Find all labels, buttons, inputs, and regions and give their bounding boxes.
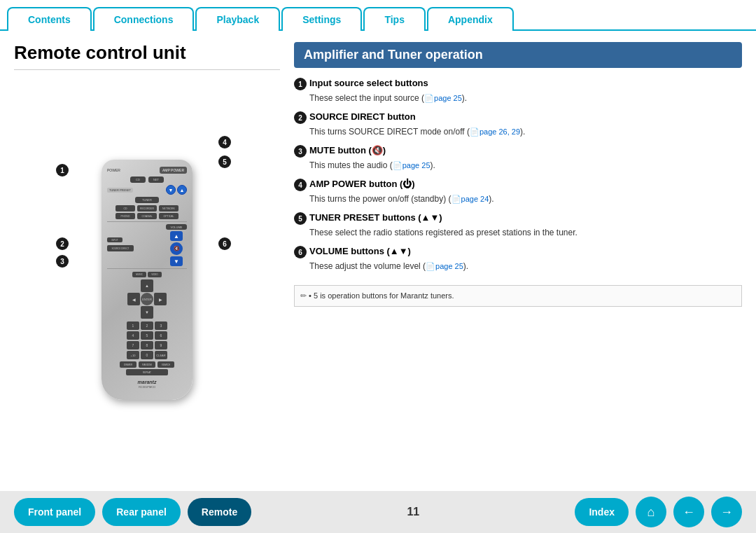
tab-tips[interactable]: Tips bbox=[363, 7, 426, 31]
item-4: 4 AMP POWER button (⏻) This turns the po… bbox=[294, 179, 742, 205]
remote-model-number: RC001PMCD bbox=[107, 385, 187, 389]
index-button[interactable]: Index bbox=[575, 498, 629, 526]
remote-dpad: ▲ ◀ ENTER ▶ ▼ bbox=[127, 279, 167, 319]
remote-left-btn[interactable]: ◀ bbox=[127, 293, 140, 305]
remote-right-btn[interactable]: ▶ bbox=[154, 293, 167, 305]
back-button[interactable]: ← bbox=[673, 497, 704, 527]
rear-panel-button[interactable]: Rear panel bbox=[102, 498, 181, 526]
remote-down-btn[interactable]: ▼ bbox=[141, 306, 153, 319]
remote-power-label: POWER bbox=[107, 168, 120, 172]
callout-4: 4 bbox=[218, 136, 231, 148]
remote-cd-src-btn[interactable]: CD bbox=[115, 205, 135, 212]
right-column: Amplifier and Tuner operation 1 Input so… bbox=[294, 42, 742, 480]
item-1-num: 1 bbox=[294, 78, 307, 90]
remote-btn-clear[interactable]: CLEAR bbox=[155, 351, 167, 359]
remote-illustration: 1 2 3 4 5 6 POWER AMP POWER CD NET TUN bbox=[14, 80, 280, 480]
remote-divider1 bbox=[107, 221, 187, 222]
remote-recorder-src-btn[interactable]: RECORDER bbox=[137, 205, 157, 212]
remote-optical-btn[interactable]: OPTICAL bbox=[159, 213, 178, 219]
top-navigation: Contents Connections Playback Settings T… bbox=[0, 0, 756, 31]
item-2-desc: This turns SOURCE DIRECT mode on/off (📄p… bbox=[309, 125, 742, 138]
remote-btn-2[interactable]: 2 bbox=[141, 321, 153, 330]
note-icon: ✏ bbox=[300, 291, 307, 300]
item-6-pageref: 📄page 25 bbox=[426, 262, 463, 270]
item-1: 1 Input source select buttons These sele… bbox=[294, 78, 742, 104]
bottom-navigation: Front panel Rear panel Remote 11 Index ⌂… bbox=[0, 491, 756, 533]
remote-bottom-row: DIMMER RANDOM SEARCH bbox=[107, 361, 187, 368]
remote-nav-section: MUSIC VIDEO ▲ ◀ ENTER ▶ ▼ bbox=[107, 272, 187, 319]
remote-network-src-btn[interactable]: NETWORK bbox=[159, 205, 178, 212]
remote-tuner-row: TUNER PRESET ▼ ▲ bbox=[107, 185, 187, 195]
page-number: 11 bbox=[258, 506, 568, 518]
item-6-desc: These adjust the volume level (📄page 25)… bbox=[309, 260, 742, 272]
remote-src-row1: CD RECORDER NETWORK bbox=[107, 205, 187, 212]
remote-btn-3[interactable]: 3 bbox=[155, 321, 167, 330]
remote-enter-btn[interactable]: ENTER bbox=[141, 293, 153, 305]
remote-dimmer-btn[interactable]: DIMMER bbox=[120, 361, 136, 368]
remote-btn-1[interactable]: 1 bbox=[127, 321, 139, 330]
item-6-num: 6 bbox=[294, 246, 307, 258]
item-1-pageref: 📄page 25 bbox=[424, 94, 462, 102]
forward-button[interactable]: → bbox=[711, 497, 742, 527]
remote-extra-row: REPEAT bbox=[107, 369, 187, 375]
remote-music-btn[interactable]: MUSIC bbox=[132, 272, 146, 277]
remote-btn-4[interactable]: 4 bbox=[127, 331, 139, 340]
remote-tuner-btn[interactable]: TUNER bbox=[135, 197, 159, 203]
remote-src-row2: PHONO COAXIAL OPTICAL bbox=[107, 213, 187, 219]
remote-coaxial-btn[interactable]: COAXIAL bbox=[137, 213, 157, 219]
item-6-title: 6 VOLUME buttons (▲▼) bbox=[294, 246, 742, 258]
item-2-num: 2 bbox=[294, 111, 307, 124]
item-2-label: SOURCE DIRECT button bbox=[309, 111, 416, 122]
remote-tuner-label: TUNER PRESET bbox=[107, 188, 133, 193]
front-panel-button[interactable]: Front panel bbox=[14, 498, 95, 526]
remote-btn-9[interactable]: 9 bbox=[155, 341, 167, 349]
remote-tuner-down-btn[interactable]: ▼ bbox=[166, 185, 176, 195]
remote-source-direct-btn[interactable]: SOURCE DIRECT bbox=[107, 245, 134, 251]
home-button[interactable]: ⌂ bbox=[636, 497, 666, 527]
tab-settings[interactable]: Settings bbox=[281, 7, 362, 31]
remote-btn-7[interactable]: 7 bbox=[127, 341, 139, 349]
callout-5: 5 bbox=[218, 155, 231, 168]
tab-playback[interactable]: Playback bbox=[195, 7, 280, 31]
remote-brand-logo: marantz bbox=[107, 380, 187, 385]
remote-up-btn[interactable]: ▲ bbox=[141, 279, 153, 292]
remote-vol-label: VOLUME bbox=[166, 224, 187, 230]
page-title: Remote control unit bbox=[14, 42, 280, 70]
remote-btn-6[interactable]: 6 bbox=[155, 331, 167, 340]
remote-phono-btn[interactable]: PHONO bbox=[115, 213, 135, 219]
remote-cd-btn[interactable]: CD bbox=[130, 176, 146, 183]
callout-6: 6 bbox=[218, 237, 231, 250]
item-5-title: 5 TUNER PRESET buttons (▲▼) bbox=[294, 212, 742, 225]
remote-search-btn[interactable]: SEARCH bbox=[158, 361, 174, 368]
remote-tuner-btns: ▼ ▲ bbox=[166, 185, 187, 195]
note-text: • 5 is operation buttons for Marantz tun… bbox=[309, 291, 454, 300]
remote-net-btn[interactable]: NET bbox=[148, 176, 164, 183]
remote-random-btn[interactable]: RANDOM bbox=[139, 361, 155, 368]
remote-tuner-up-btn[interactable]: ▲ bbox=[177, 185, 187, 195]
remote-numpad: 1 2 3 4 5 6 7 8 9 +10 0 CLEAR bbox=[127, 321, 167, 359]
remote-vol-up-btn[interactable]: ▲ bbox=[170, 231, 183, 241]
remote-btn-8[interactable]: 8 bbox=[141, 341, 153, 349]
item-3: 3 MUTE button (🔇) This mutes the audio (… bbox=[294, 145, 742, 172]
remote-btn-5[interactable]: 5 bbox=[141, 331, 153, 340]
tab-connections[interactable]: Connections bbox=[93, 7, 195, 31]
item-5-label: TUNER PRESET buttons (▲▼) bbox=[309, 212, 442, 223]
remote-btn-0[interactable]: 0 bbox=[141, 351, 153, 359]
remote-amp-power-label: AMP POWER bbox=[160, 167, 187, 174]
remote-mute-btn[interactable]: 🔇 bbox=[170, 242, 183, 255]
remote-input-btn[interactable]: INPUT bbox=[107, 237, 122, 242]
remote-repeat-btn[interactable]: REPEAT bbox=[126, 369, 168, 375]
item-4-pageref: 📄page 24 bbox=[451, 195, 489, 203]
remote-nav-row1: MUSIC VIDEO bbox=[107, 272, 187, 277]
remote-btn-plus10[interactable]: +10 bbox=[127, 351, 139, 359]
remote-vol-down-btn[interactable]: ▼ bbox=[170, 256, 183, 266]
item-3-num: 3 bbox=[294, 145, 307, 158]
tab-appendix[interactable]: Appendix bbox=[427, 7, 514, 31]
tab-contents[interactable]: Contents bbox=[7, 7, 92, 31]
item-2-title: 2 SOURCE DIRECT button bbox=[294, 111, 742, 124]
item-4-label: AMP POWER button (⏻) bbox=[309, 179, 415, 189]
remote-video-btn[interactable]: VIDEO bbox=[148, 272, 162, 277]
item-3-label: MUTE button (🔇) bbox=[309, 145, 386, 155]
remote-button[interactable]: Remote bbox=[188, 498, 251, 526]
back-icon: ← bbox=[682, 505, 695, 520]
